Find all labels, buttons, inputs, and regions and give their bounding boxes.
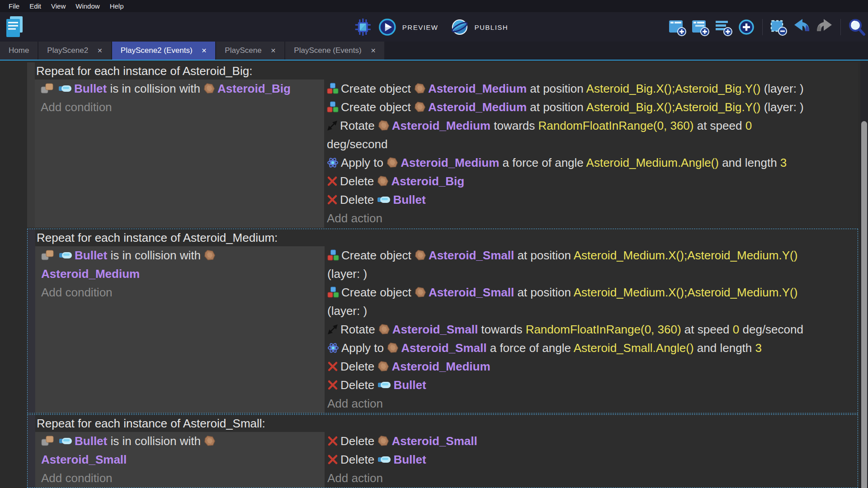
object-name: Asteroid_Small [41, 453, 127, 466]
add-action-button[interactable]: Add action [327, 394, 858, 413]
instruction-text: at speed [681, 323, 733, 336]
action-row[interactable]: Delete Bullet [327, 376, 858, 394]
expression-parameter: Asteroid_Big.X();Asteroid_Big.Y() [586, 82, 761, 95]
action-row-line: Rotate Asteroid_Medium towards RandomFlo… [327, 117, 858, 135]
undo-icon[interactable] [792, 18, 811, 37]
menu-item-view[interactable]: View [46, 2, 71, 10]
condition-row-line: Bullet is in collision with [41, 246, 325, 265]
expression-parameter: 3 [755, 341, 762, 355]
event-block[interactable]: Repeat for each instance of Asteroid_Big… [27, 62, 858, 228]
action-row-line: Create object Asteroid_Medium at positio… [327, 80, 858, 98]
action-row[interactable]: Rotate Asteroid_Medium towards RandomFlo… [327, 117, 858, 154]
action-row[interactable]: Create object Asteroid_Medium at positio… [327, 80, 858, 98]
asteroid-icon [414, 101, 426, 113]
add-subevent-icon[interactable] [691, 18, 710, 37]
tab-playscene2-events[interactable]: PlayScene2 (Events) ✕ [112, 42, 215, 60]
action-row-line: Apply to Asteroid_Small a force of angle… [327, 339, 858, 357]
instruction-text: (layer: ) [327, 304, 367, 318]
asteroid-icon [415, 286, 426, 298]
condition-row[interactable]: Bullet is in collision with Asteroid_Med… [41, 246, 325, 283]
create-icon [327, 249, 339, 261]
action-row-line: (layer: ) [327, 265, 858, 283]
event-drag-handle[interactable] [27, 62, 35, 228]
action-row[interactable]: Delete Bullet [327, 450, 858, 469]
event-repeat-header[interactable]: Repeat for each instance of Asteroid_Sma… [35, 415, 858, 432]
action-row[interactable]: Create object Asteroid_Small at position… [327, 283, 858, 320]
action-row[interactable]: Apply to Asteroid_Medium a force of angl… [327, 154, 858, 172]
gdevelop-logo-icon[interactable] [5, 15, 24, 41]
add-event-icon[interactable] [668, 18, 687, 37]
action-row[interactable]: Delete Asteroid_Medium [327, 357, 858, 376]
event-block[interactable]: Repeat for each instance of Asteroid_Sma… [27, 414, 858, 488]
condition-row[interactable]: Bullet is in collision with Asteroid_Sma… [41, 432, 325, 469]
force-icon [327, 342, 339, 354]
instruction-text: (layer: ) [760, 82, 803, 95]
tab-playscene[interactable]: PlayScene ✕ [216, 42, 284, 60]
action-row[interactable]: Apply to Asteroid_Small a force of angle… [327, 339, 858, 357]
asteroid-icon [387, 157, 398, 169]
action-row-line: Delete Asteroid_Medium [327, 357, 858, 376]
object-name: Asteroid_Small [429, 249, 514, 262]
instruction-text: Apply to [341, 341, 387, 355]
action-row[interactable]: Create object Asteroid_Small at position… [327, 246, 858, 283]
toolbar-separator [762, 19, 763, 35]
add-comment-icon[interactable] [714, 18, 733, 37]
action-row[interactable]: Delete Bullet [327, 191, 858, 209]
asteroid-icon [204, 435, 216, 447]
bullet-icon [377, 456, 391, 463]
event-drag-handle[interactable] [28, 229, 35, 413]
publish-button[interactable]: PUBLISH [474, 23, 508, 31]
tab-playscene-events[interactable]: PlayScene (Events) ✕ [285, 42, 384, 60]
delete-icon [327, 380, 338, 390]
event-repeat-header[interactable]: Repeat for each instance of Asteroid_Med… [35, 229, 858, 246]
add-event-circle-icon[interactable] [737, 18, 756, 37]
remove-event-icon[interactable] [769, 18, 788, 37]
add-condition-button[interactable]: Add condition [41, 469, 325, 488]
add-condition-button[interactable]: Add condition [41, 98, 324, 117]
preview-play-icon[interactable] [378, 18, 397, 37]
collision-icon [41, 83, 56, 94]
tab-playscene2[interactable]: PlayScene2 ✕ [38, 42, 111, 60]
action-row[interactable]: Delete Asteroid_Small [327, 432, 858, 450]
bullet-icon [58, 85, 72, 92]
search-icon[interactable] [847, 18, 866, 37]
event-drag-handle[interactable] [28, 415, 35, 488]
tab-home[interactable]: Home [0, 42, 38, 60]
action-row[interactable]: Rotate Asteroid_Small towards RandomFloa… [327, 320, 858, 339]
object-name: Bullet [393, 378, 426, 392]
action-row[interactable]: Create object Asteroid_Medium at positio… [327, 98, 858, 117]
delete-icon [327, 436, 338, 446]
collision-icon [41, 249, 57, 261]
actions-column: Create object Asteroid_Medium at positio… [324, 80, 858, 228]
object-name: Asteroid_Small [429, 286, 514, 299]
asteroid-icon [377, 175, 389, 187]
object-name: Asteroid_Medium [392, 119, 491, 132]
action-row-line: (layer: ) [327, 302, 858, 320]
menu-item-help[interactable]: Help [105, 2, 129, 10]
expression-parameter: Asteroid_Medium.Angle() [586, 156, 719, 169]
event-repeat-header[interactable]: Repeat for each instance of Asteroid_Big… [35, 62, 858, 80]
action-row[interactable]: Delete Asteroid_Big [327, 172, 858, 191]
publish-globe-icon[interactable] [450, 18, 469, 37]
expression-parameter: Asteroid_Medium.X();Asteroid_Medium.Y() [574, 286, 798, 299]
close-icon[interactable]: ✕ [371, 47, 376, 54]
vertical-scrollbar-track[interactable] [860, 61, 868, 488]
debug-icon[interactable] [354, 18, 373, 37]
asteroid-icon [387, 342, 399, 354]
instruction-text: and length [694, 341, 755, 355]
add-condition-button[interactable]: Add condition [41, 283, 325, 302]
redo-icon[interactable] [815, 18, 834, 37]
preview-button[interactable]: PREVIEW [402, 23, 439, 31]
add-action-button[interactable]: Add action [327, 469, 858, 488]
vertical-scrollbar-thumb[interactable] [861, 121, 867, 488]
add-action-button[interactable]: Add action [327, 209, 858, 228]
close-icon[interactable]: ✕ [202, 47, 207, 54]
close-icon[interactable]: ✕ [271, 47, 276, 54]
menu-item-file[interactable]: File [4, 2, 24, 10]
menu-item-edit[interactable]: Edit [24, 2, 46, 10]
condition-row[interactable]: Bullet is in collision with Asteroid_Big [41, 80, 324, 98]
close-icon[interactable]: ✕ [97, 47, 103, 54]
instruction-text: a force of angle [499, 156, 586, 169]
menu-item-window[interactable]: Window [71, 2, 104, 10]
event-block[interactable]: Repeat for each instance of Asteroid_Med… [27, 229, 858, 413]
